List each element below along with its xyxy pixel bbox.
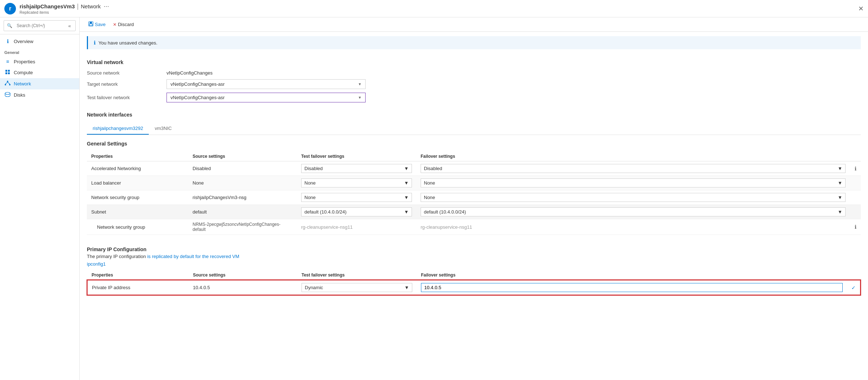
test-failover-network-row: Test failover network vNetIpConfigChange…: [87, 93, 861, 102]
primary-ip-title: Primary IP Configuration: [87, 246, 861, 252]
dropdown-chevron-icon: ▼: [404, 180, 409, 186]
nsg-test-dropdown[interactable]: None ▼: [301, 193, 412, 202]
info-circle-icon: ℹ: [855, 224, 856, 230]
svg-line-8: [8, 82, 10, 84]
table-row: Load balancer None None ▼: [87, 176, 861, 190]
close-button[interactable]: ✕: [858, 5, 864, 13]
test-failover-value: vNetIpConfigChanges-asr: [170, 95, 225, 100]
header-section: Network: [81, 3, 101, 9]
test-failover-cell: Dynamic ▼: [297, 280, 417, 295]
source-cell: default: [188, 205, 297, 219]
properties-icon: ≡: [4, 59, 11, 64]
sidebar-nav: ℹ Overview General ≡ Properties Compute: [0, 34, 79, 102]
table-row: Network security group rishjaiIpChangesV…: [87, 190, 861, 205]
dropdown-chevron-icon: ▼: [838, 209, 842, 215]
info-cell: ℹ: [850, 161, 861, 176]
private-ip-test-dropdown[interactable]: Dynamic ▼: [302, 283, 412, 292]
test-failover-cell: default (10.4.0.0/24) ▼: [297, 205, 416, 219]
source-network-label: Source network: [87, 70, 167, 76]
col-header-failover: Failover settings: [417, 270, 847, 280]
svg-rect-12: [89, 24, 92, 26]
primary-ip-desc: The primary IP configuration is replicat…: [87, 254, 861, 259]
header-vm-name: rishjaiIpChangesVm3: [20, 3, 75, 9]
dropdown-chevron-icon: ▼: [404, 285, 409, 290]
dropdown-chevron-icon: ▼: [404, 209, 409, 215]
sidebar-item-compute[interactable]: Compute: [0, 67, 79, 78]
dropdown-arrow-icon: ▼: [358, 82, 362, 86]
target-network-dropdown[interactable]: vNetIpConfigChanges-asr ▼: [167, 79, 366, 89]
header-separator: |: [77, 3, 79, 10]
dropdown-value: default (10.4.0.0/24): [424, 209, 466, 215]
dropdown-arrow-icon: ▼: [358, 96, 362, 100]
lb-fail-dropdown[interactable]: None ▼: [421, 178, 846, 187]
info-cell: ℹ: [850, 219, 861, 235]
general-settings-area: General Settings Properties Source setti…: [87, 141, 861, 235]
svg-point-4: [7, 81, 8, 82]
test-failover-label: Test failover network: [87, 95, 167, 100]
svg-rect-0: [5, 70, 7, 72]
general-section-label: General: [0, 47, 79, 56]
discard-label: Discard: [118, 22, 134, 27]
tab-nic1[interactable]: rishjaiipchangesvm3292: [87, 123, 149, 135]
main-content: ℹ You have unsaved changes. Virtual netw…: [80, 32, 868, 380]
svg-rect-2: [5, 72, 7, 74]
source-cell: 10.4.0.5: [189, 280, 297, 295]
sidebar-item-network[interactable]: Network: [0, 78, 79, 89]
subnet-fail-dropdown[interactable]: default (10.4.0.0/24) ▼: [421, 207, 846, 216]
failover-cell: [417, 280, 847, 295]
desc-prefix: The primary IP configuration: [87, 254, 147, 259]
private-ip-failover-input[interactable]: [421, 283, 843, 292]
prop-cell: Accelerated Networking: [87, 161, 188, 176]
tab-nic2[interactable]: vm3NIC: [149, 123, 177, 135]
sidebar-item-overview[interactable]: ℹ Overview: [0, 36, 79, 47]
header-more-icon[interactable]: ···: [104, 3, 109, 10]
col-header-failover: Failover settings: [416, 152, 850, 161]
sidebar-item-label: Compute: [14, 70, 33, 75]
test-failover-cell: rg-cleanupservice-nsg11: [297, 219, 416, 235]
discard-button[interactable]: ✕ Discard: [110, 20, 137, 29]
virtual-network-section: Virtual network Source network vNetIpCon…: [80, 54, 868, 112]
info-banner: ℹ You have unsaved changes.: [87, 36, 861, 49]
svg-rect-3: [8, 72, 10, 74]
dropdown-value: None: [304, 195, 316, 200]
save-button[interactable]: Save: [85, 20, 109, 29]
primary-ip-link[interactable]: is replicated by default for the recover…: [147, 254, 239, 259]
search-input[interactable]: [14, 22, 67, 30]
save-icon: [88, 21, 93, 28]
prop-cell: Subnet: [87, 205, 188, 219]
info-cell: [850, 205, 861, 219]
svg-point-9: [5, 92, 10, 94]
prop-cell: Load balancer: [87, 176, 188, 190]
sidebar: 🔍 « ℹ Overview General ≡ Properties: [0, 17, 80, 380]
nic-tabs: rishjaiipchangesvm3292 vm3NIC: [87, 123, 861, 135]
accel-fail-dropdown[interactable]: Disabled ▼: [421, 164, 846, 173]
sidebar-item-label: Properties: [14, 59, 35, 64]
col-header-test: Test failover settings: [297, 152, 416, 161]
sidebar-item-properties[interactable]: ≡ Properties: [0, 56, 79, 67]
accel-test-dropdown[interactable]: Disabled ▼: [301, 164, 412, 173]
nsg-fail-dropdown[interactable]: None ▼: [421, 193, 846, 202]
dropdown-value: None: [424, 180, 435, 186]
source-cell: NRMS-2pecgwj5zsoncvNetIpConfigChanges-de…: [188, 219, 297, 235]
dropdown-value: Disabled: [304, 166, 323, 171]
col-header-test: Test failover settings: [297, 270, 417, 280]
col-header-properties: Properties: [87, 270, 189, 280]
general-settings-title: General Settings: [87, 141, 861, 147]
sidebar-item-disks[interactable]: Disks: [0, 89, 79, 101]
discard-icon: ✕: [113, 22, 117, 27]
primary-ip-section: Primary IP Configuration The primary IP …: [80, 246, 868, 301]
collapse-button[interactable]: «: [67, 22, 72, 29]
test-failover-dropdown[interactable]: vNetIpConfigChanges-asr ▼: [167, 93, 366, 102]
col-header-source: Source settings: [188, 152, 297, 161]
target-network-value: vNetIpConfigChanges-asr: [170, 81, 225, 87]
lb-test-dropdown[interactable]: None ▼: [301, 178, 412, 187]
ipconfig-label[interactable]: ipconfig1: [87, 261, 861, 267]
table-row: Accelerated Networking Disabled Disabled…: [87, 161, 861, 176]
nsg2-fail-value: rg-cleanupservice-nsg11: [421, 224, 472, 230]
dropdown-value: Dynamic: [305, 285, 323, 290]
subnet-test-dropdown[interactable]: default (10.4.0.0/24) ▼: [301, 207, 412, 216]
overview-icon: ℹ: [4, 38, 11, 44]
dropdown-value: None: [424, 195, 435, 200]
svg-line-7: [5, 82, 8, 84]
source-cell: rishjaiIpChangesVm3-nsg: [188, 190, 297, 205]
